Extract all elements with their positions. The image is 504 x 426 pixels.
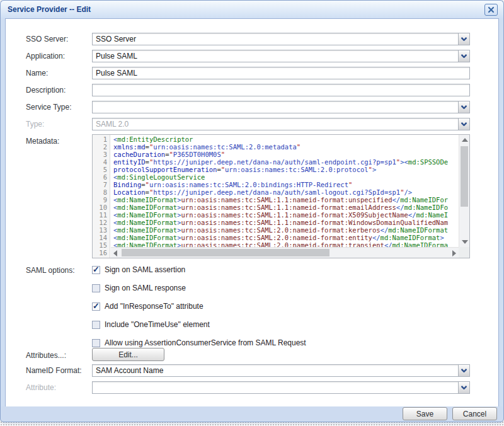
sso-server-label: SSO Server:	[26, 33, 89, 45]
line-number: 1	[93, 135, 107, 143]
checkbox-label: Add "InResponseTo" attribute	[105, 302, 203, 311]
application-combobox[interactable]: Pulse SAML	[92, 50, 470, 62]
save-button[interactable]: Save	[403, 407, 447, 420]
name-label: Name:	[26, 67, 89, 79]
chevron-down-icon	[461, 369, 467, 372]
application-label: Application:	[26, 50, 89, 62]
attribute-combobox	[92, 381, 470, 394]
chevron-down-icon	[461, 37, 467, 41]
sso-server-value: SSO Server	[96, 33, 457, 45]
saml-option-row: Add "InResponseTo" attribute	[92, 301, 203, 311]
nameid-format-combobox[interactable]: SAM Account Name	[92, 364, 470, 377]
type-combobox: SAML 2.0	[92, 118, 470, 130]
chevron-down-icon	[461, 386, 467, 389]
line-number: 8	[93, 188, 107, 196]
saml-option-row: Sign on SAML assertion	[92, 265, 185, 275]
application-dropdown-button[interactable]	[458, 50, 469, 62]
scroll-up-icon[interactable]	[462, 138, 468, 142]
unchecked-checkbox[interactable]	[92, 284, 100, 292]
code-line: Location="https://juniper.deep.net/dana-…	[113, 188, 459, 196]
line-number: 13	[93, 226, 107, 234]
metadata-gutter: 12345678910111213141516	[93, 135, 110, 258]
attributes-label: Attributes...:	[26, 349, 89, 362]
line-number: 5	[93, 166, 107, 173]
dialog-titlebar[interactable]: Service Provider -- Edit	[1, 1, 503, 18]
saml-options-label: SAML options:	[26, 264, 89, 277]
checkbox-label: Sign on SAML response	[105, 284, 186, 292]
service-type-label: Service Type:	[26, 101, 89, 113]
code-line: <md:SingleLogoutService	[113, 173, 459, 181]
saml-option-row: Allow using AssertionConsumerService fro…	[92, 338, 306, 348]
attribute-dropdown-button	[458, 382, 469, 393]
service-type-combobox[interactable]	[92, 101, 470, 113]
checkbox-label: Sign on SAML assertion	[105, 265, 185, 274]
attribute-label: Attribute:	[26, 381, 89, 394]
code-line: <md:NameIDFormat>urn:oasis:names:tc:SAML…	[113, 196, 459, 204]
code-line: <md:NameIDFormat>urn:oasis:names:tc:SAML…	[113, 211, 459, 219]
line-number: 14	[93, 234, 107, 241]
dialog-footer: Save Cancel	[1, 406, 503, 421]
line-number: 11	[93, 211, 107, 219]
horizontal-scroll-thumb[interactable]	[122, 249, 329, 256]
line-number: 12	[93, 219, 107, 226]
unchecked-checkbox[interactable]	[92, 321, 100, 329]
code-line: <md:NameIDFormat>urn:oasis:names:tc:SAML…	[113, 219, 459, 226]
line-number: 4	[93, 158, 107, 166]
chevron-down-icon	[461, 105, 467, 109]
line-number: 15	[93, 241, 107, 249]
sso-server-dropdown-button[interactable]	[458, 33, 469, 45]
description-label: Description:	[26, 84, 89, 96]
dialog-title: Service Provider -- Edit	[8, 5, 91, 14]
metadata-code-lines[interactable]: <md:EntityDescriptorxmlns:md="urn:oasis:…	[111, 135, 459, 247]
type-value: SAML 2.0	[96, 118, 457, 130]
sso-server-combobox[interactable]: SSO Server	[92, 33, 470, 45]
code-line: <md:NameIDFormat>urn:oasis:names:tc:SAML…	[113, 226, 459, 234]
chevron-down-icon	[461, 122, 467, 126]
name-value: Pulse SAML	[96, 67, 467, 79]
line-number: 3	[93, 151, 107, 158]
close-icon	[488, 6, 495, 13]
metadata-label: Metadata:	[26, 135, 89, 147]
dialog-body: SSO Server: SSO Server Application: Puls…	[5, 18, 499, 408]
code-line: cacheDuration="P365DT0H0M0S"	[113, 151, 459, 158]
type-label: Type:	[26, 118, 89, 130]
code-line: Binding="urn:oasis:names:tc:SAML:2.0:bin…	[113, 181, 459, 188]
vertical-scroll-thumb[interactable]	[461, 146, 468, 207]
code-line: <md:NameIDFormat>urn:oasis:names:tc:SAML…	[113, 241, 459, 247]
type-dropdown-button	[458, 118, 469, 130]
line-number: 10	[93, 204, 107, 211]
metadata-code-editor[interactable]: 12345678910111213141516 <md:EntityDescri…	[92, 134, 470, 258]
checkbox-label: Include "OneTimeUse" element	[105, 320, 210, 329]
metadata-vertical-scrollbar[interactable]	[459, 135, 469, 247]
code-line: <md:NameIDFormat>urn:oasis:names:tc:SAML…	[113, 234, 459, 241]
code-line: <md:NameIDFormat>urn:oasis:names:tc:SAML…	[113, 204, 459, 211]
checked-checkbox[interactable]	[92, 302, 100, 311]
nameid-format-dropdown-button[interactable]	[458, 365, 469, 376]
code-line: xmlns:md="urn:oasis:names:tc:SAML:2.0:me…	[113, 143, 459, 151]
metadata-horizontal-scrollbar[interactable]	[111, 247, 459, 258]
service-provider-edit-dialog: Service Provider -- Edit SSO Server: SSO…	[0, 0, 504, 422]
line-number: 2	[93, 143, 107, 151]
line-number: 16	[93, 249, 107, 256]
code-line: entityID="https://juniper.deep.net/dana-…	[113, 158, 459, 166]
checked-checkbox[interactable]	[92, 266, 100, 274]
scroll-down-icon[interactable]	[462, 240, 468, 244]
name-input[interactable]: Pulse SAML	[92, 67, 470, 79]
line-number: 6	[93, 173, 107, 181]
line-number: 9	[93, 196, 107, 204]
application-value: Pulse SAML	[96, 50, 457, 62]
cancel-button[interactable]: Cancel	[452, 407, 497, 420]
description-input[interactable]	[92, 84, 470, 96]
saml-option-row: Sign on SAML response	[92, 283, 186, 293]
attributes-edit-button[interactable]: Edit...	[92, 348, 164, 361]
unchecked-checkbox[interactable]	[92, 339, 100, 347]
scroll-right-icon[interactable]	[452, 250, 456, 256]
close-button[interactable]	[484, 4, 498, 16]
line-number: 7	[93, 181, 107, 188]
nameid-format-value: SAM Account Name	[96, 365, 457, 376]
code-line: <md:EntityDescriptor	[113, 135, 459, 143]
service-type-dropdown-button[interactable]	[458, 101, 469, 113]
scroll-left-icon[interactable]	[113, 250, 117, 256]
code-line: protocolSupportEnumeration="urn:oasis:na…	[113, 166, 459, 173]
nameid-format-label: NameID Format:	[26, 364, 89, 377]
